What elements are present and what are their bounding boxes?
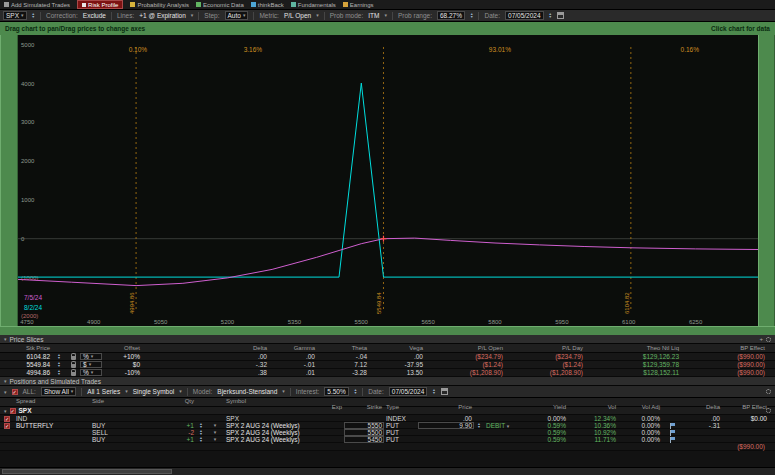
- tab-probability-analysis[interactable]: Probability Analysis: [130, 0, 189, 10]
- tab-fundamentals[interactable]: Fundamentals: [291, 0, 336, 10]
- risk-profile-chart[interactable]: 500040003000200010000(1000)(2000)4750490…: [18, 35, 758, 326]
- chevron-down-icon[interactable]: ▾: [507, 423, 510, 429]
- qty-stepper[interactable]: ▲▼: [199, 437, 202, 443]
- chevron-down-icon[interactable]: ▾: [89, 362, 92, 367]
- tab-economic-data[interactable]: Economic Data: [196, 0, 244, 10]
- strike-input[interactable]: 5500: [344, 429, 384, 436]
- symbol-stepper[interactable]: ▲▼: [32, 13, 35, 19]
- collapse-icon[interactable]: ▾: [4, 408, 7, 414]
- add-simulated-trades-button[interactable]: Add Simulated Trades: [4, 0, 70, 10]
- chevron-down-icon[interactable]: ▾: [125, 389, 128, 394]
- strike-input[interactable]: 5550: [344, 422, 384, 429]
- add-price-slice-icon[interactable]: +: [759, 336, 763, 342]
- calendar-icon[interactable]: [557, 12, 564, 19]
- slice-price-stepper[interactable]: ▲▼: [57, 370, 60, 376]
- collapse-icon[interactable]: ▾: [4, 389, 7, 395]
- row-checkbox[interactable]: [4, 416, 10, 422]
- slice-price-stepper[interactable]: ▲▼: [57, 354, 60, 360]
- gear-icon[interactable]: [766, 408, 771, 413]
- group-checkbox[interactable]: [10, 408, 16, 414]
- slice-price-stepper[interactable]: ▲▼: [57, 362, 60, 368]
- chevron-down-icon[interactable]: ▾: [282, 389, 285, 394]
- metric-select[interactable]: P/L Open: [284, 12, 311, 19]
- lock-icon[interactable]: [71, 364, 76, 368]
- horizontal-scrollbar[interactable]: [0, 467, 775, 475]
- spinner-down-icon[interactable]: ▼: [354, 392, 357, 395]
- slice-price-input[interactable]: 4994.86: [2, 369, 52, 376]
- chevron-down-icon[interactable]: ▾: [316, 13, 319, 18]
- chart-right-pan-bar[interactable]: [758, 35, 775, 326]
- gear-icon[interactable]: [766, 337, 771, 342]
- chevron-down-icon[interactable]: ▾: [179, 389, 182, 394]
- interest-input[interactable]: 5.50%: [324, 387, 348, 396]
- chevron-down-icon[interactable]: ▾: [191, 13, 194, 18]
- calendar-icon[interactable]: [441, 388, 448, 395]
- price-input[interactable]: 9.90: [418, 422, 474, 429]
- qty-input[interactable]: +1: [126, 436, 196, 443]
- price-stepper[interactable]: ▲▼: [477, 423, 480, 429]
- offset-mode-select[interactable]: %▾: [80, 369, 102, 376]
- chevron-down-icon[interactable]: ▾: [91, 354, 94, 359]
- all-checkbox[interactable]: [12, 389, 18, 395]
- chevron-down-icon[interactable]: ▾: [214, 423, 217, 428]
- offset-mode-select[interactable]: %▾: [80, 353, 102, 360]
- spinner-down-icon[interactable]: ▼: [57, 365, 60, 368]
- tab-risk-profile[interactable]: Risk Profile: [77, 0, 123, 9]
- price-mode-select[interactable]: DEBIT ▾: [484, 422, 528, 429]
- chevron-down-icon[interactable]: ▾: [71, 389, 74, 394]
- scrollbar-thumb[interactable]: [2, 469, 172, 474]
- row-vol-adj[interactable]: 0.00%: [618, 429, 662, 436]
- chevron-down-icon[interactable]: ▾: [214, 437, 217, 442]
- offset-mode-select[interactable]: $▾: [80, 361, 102, 368]
- row-checkbox[interactable]: [4, 423, 10, 429]
- positions-date-input[interactable]: 07/05/2024: [389, 387, 428, 396]
- row-vol-adj[interactable]: 0.00%: [618, 422, 662, 429]
- symbol-filter-select[interactable]: Single Symbol: [133, 388, 175, 395]
- slice-offset-value[interactable]: $0: [102, 361, 142, 368]
- model-select[interactable]: Bjerksund-Stensland: [217, 388, 277, 395]
- correction-select[interactable]: Exclude: [83, 12, 106, 19]
- prob-range-stepper[interactable]: ▲▼: [470, 13, 473, 19]
- lock-icon[interactable]: [71, 372, 76, 376]
- chevron-down-icon[interactable]: ▾: [214, 430, 217, 435]
- spinner-down-icon[interactable]: ▼: [432, 392, 435, 395]
- row-vol-adj[interactable]: 0.00%: [618, 436, 662, 443]
- date-stepper[interactable]: ▲▼: [549, 13, 552, 19]
- series-filter-select[interactable]: All 1 Series: [87, 388, 120, 395]
- spinner-down-icon[interactable]: ▼: [549, 16, 552, 19]
- tab-earnings[interactable]: Earnings: [343, 0, 374, 10]
- slice-price-input[interactable]: 5549.84: [2, 361, 52, 368]
- chevron-down-icon[interactable]: ▾: [243, 13, 246, 18]
- qty-input[interactable]: +1: [126, 422, 196, 429]
- spinner-down-icon[interactable]: ▼: [470, 16, 473, 19]
- spinner-down-icon[interactable]: ▼: [57, 373, 60, 376]
- slice-offset-value[interactable]: +10%: [102, 353, 142, 360]
- collapse-icon[interactable]: ▾: [4, 378, 7, 384]
- tab-thinkback[interactable]: thinkBack: [251, 0, 284, 10]
- symbol-input[interactable]: SPX ▾: [3, 11, 27, 20]
- interest-stepper[interactable]: ▲▼: [354, 389, 357, 395]
- spinner-down-icon[interactable]: ▼: [199, 440, 202, 443]
- collapse-icon[interactable]: ▾: [4, 336, 7, 342]
- step-input[interactable]: Auto ▾: [225, 11, 249, 20]
- gear-icon[interactable]: [766, 389, 771, 394]
- date-input[interactable]: 07/05/2024: [505, 11, 544, 20]
- spinner-down-icon[interactable]: ▼: [32, 16, 35, 19]
- show-all-select[interactable]: Show All ▾: [41, 387, 76, 396]
- positions-date-stepper[interactable]: ▲▼: [432, 389, 435, 395]
- spinner-down-icon[interactable]: ▼: [57, 357, 60, 360]
- qty-stepper[interactable]: ▲▼: [199, 423, 202, 429]
- chevron-down-icon[interactable]: ▾: [384, 13, 387, 18]
- chevron-down-icon[interactable]: ▾: [21, 13, 24, 18]
- prob-mode-select[interactable]: ITM: [368, 12, 379, 19]
- strike-input[interactable]: 5450: [344, 436, 384, 443]
- lock-icon[interactable]: [71, 356, 76, 360]
- lines-select[interactable]: +1 @ Expiration: [139, 12, 186, 19]
- chevron-down-icon[interactable]: ▾: [91, 370, 94, 375]
- chart-bottom-pan-bar[interactable]: [0, 326, 775, 335]
- slice-offset-value[interactable]: -10%: [102, 369, 142, 376]
- qty-input[interactable]: -2: [126, 429, 196, 436]
- spinner-down-icon[interactable]: ▼: [477, 426, 480, 429]
- row-vol-adj[interactable]: 0.00%: [618, 415, 662, 422]
- qty-stepper[interactable]: ▲▼: [199, 430, 202, 436]
